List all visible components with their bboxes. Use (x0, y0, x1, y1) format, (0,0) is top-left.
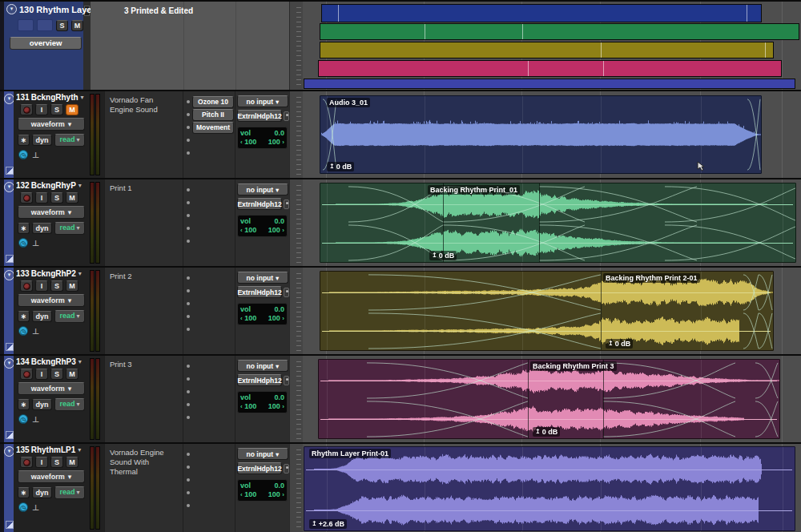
clip-name[interactable]: Backing Rhythm Print_01 (428, 185, 520, 195)
insert-slot[interactable] (183, 297, 235, 310)
track-name[interactable]: RhythmLP1 (31, 445, 76, 454)
insert-slot-dot[interactable] (187, 377, 190, 381)
insert-slot[interactable] (183, 461, 235, 474)
insert-slot[interactable]: Pitch II (183, 108, 235, 121)
input-monitor-button[interactable]: I (35, 192, 48, 204)
insert-plugin-button[interactable]: Pitch II (192, 109, 234, 121)
output-assign-icon[interactable] (284, 288, 289, 297)
volume-pan-display[interactable]: vol 0.0 ‹ 100 100 › (237, 303, 288, 325)
insert-slot[interactable] (183, 373, 235, 385)
record-arm-button[interactable] (20, 280, 33, 292)
insert-slot[interactable] (183, 235, 235, 248)
timebase-clock-icon[interactable]: ◷ (18, 502, 28, 512)
folder-overview-clip-bar[interactable] (320, 23, 799, 40)
insert-slot[interactable] (183, 398, 235, 411)
elastic-audio-button[interactable]: ∗ (18, 223, 30, 234)
insert-slot-dot[interactable] (187, 201, 190, 204)
solo-button[interactable]: S (50, 369, 63, 380)
insert-slot[interactable] (183, 310, 235, 323)
insert-slot-dot[interactable] (187, 151, 190, 155)
elastic-audio-button[interactable]: ∗ (18, 399, 30, 410)
clip-name[interactable]: Backing Rhythm Print 3 (530, 361, 617, 371)
output-selector[interactable]: ExtrnlHdph12 (237, 110, 282, 122)
audio-clip[interactable]: Audio 3_01↥0 dB (320, 95, 762, 174)
audio-clip[interactable]: Backing Rhythm Print 2-01↥0 dB (320, 271, 774, 351)
track-title[interactable]: 133 BckngRhP2 ▾ (16, 269, 85, 278)
insert-slot[interactable] (183, 385, 235, 398)
edit-lane[interactable]: Backing Rhythm Print 3↥0 dB (303, 356, 801, 442)
automation-mode-button[interactable]: read ▾ (54, 222, 85, 235)
insert-slot[interactable] (183, 411, 235, 424)
track-view-selector[interactable]: waveform ▾ (18, 382, 85, 395)
track-view-selector[interactable]: waveform ▾ (18, 118, 85, 131)
folder-view-selector[interactable]: overview (10, 37, 82, 50)
insert-slot-dot[interactable] (187, 365, 190, 368)
track-comment[interactable]: Print 1 (104, 179, 183, 266)
clip-boundary[interactable] (528, 360, 529, 438)
timebase-clock-icon[interactable]: ◷ (18, 150, 28, 159)
output-assign-icon[interactable] (284, 376, 289, 385)
insert-slot-dot[interactable] (187, 315, 190, 318)
insert-slot[interactable] (183, 474, 235, 486)
track-title[interactable]: 134 BckngRhP3 ▾ (16, 357, 85, 366)
volume-pan-display[interactable]: vol 0.0 ‹ 100 100 › (237, 391, 288, 413)
insert-slot[interactable]: Movement (183, 121, 235, 134)
track-view-selector[interactable]: waveform ▾ (18, 470, 85, 483)
output-assign-icon[interactable] (284, 464, 289, 474)
clip-boundary[interactable] (539, 183, 540, 262)
insert-slot-dot[interactable] (187, 227, 190, 230)
record-arm-button[interactable] (20, 457, 33, 468)
track-view-selector[interactable]: waveform ▾ (18, 206, 85, 219)
insert-slot[interactable] (183, 284, 235, 297)
insert-slot[interactable] (183, 147, 235, 159)
insert-plugin-button[interactable]: Movement (192, 122, 234, 134)
insert-plugin-button[interactable]: Ozone 10 (192, 96, 234, 108)
dyn-button[interactable]: dyn (32, 487, 52, 498)
insert-slot-dot[interactable] (187, 416, 190, 419)
insert-slot-dot[interactable] (187, 328, 190, 331)
track-name[interactable]: Rhythm Layer (36, 5, 95, 14)
timebase-clock-icon[interactable]: ◷ (18, 238, 28, 248)
automation-mode-button[interactable]: read ▾ (54, 486, 85, 499)
clip-name[interactable]: Backing Rhythm Print 2-01 (603, 273, 700, 283)
clip-gain-badge[interactable]: ↥0 dB (606, 339, 633, 349)
insert-slot-dot[interactable] (187, 113, 190, 116)
insert-slot[interactable] (183, 360, 235, 373)
track-title[interactable]: 131 BckngRhyth ▾ (16, 93, 85, 102)
insert-slot-dot[interactable] (187, 504, 190, 507)
audio-clip[interactable]: Backing Rhythm Print_01↥0 dB (320, 183, 796, 263)
output-selector[interactable]: ExtrnlHdph12 (237, 198, 282, 210)
track-name[interactable]: BckngRhP3 (31, 357, 76, 366)
insert-slot[interactable] (183, 499, 235, 512)
record-arm-button[interactable] (20, 369, 33, 380)
folder-track-title[interactable]: ▾ 130 Rhythm Layer (6, 4, 83, 14)
input-selector[interactable]: no input ▾ (237, 448, 288, 460)
dyn-button[interactable]: dyn (32, 135, 52, 146)
elastic-audio-button[interactable]: ∗ (18, 311, 30, 322)
insert-slot[interactable] (183, 183, 235, 196)
insert-slot-dot[interactable] (187, 188, 190, 191)
folder-overview-clip-bar[interactable] (321, 4, 762, 22)
insert-slot-dot[interactable] (187, 276, 190, 280)
automation-mode-button[interactable]: read ▾ (54, 398, 85, 411)
insert-slot-dot[interactable] (187, 491, 190, 494)
folder-collapse-icon[interactable]: ▾ (6, 4, 17, 14)
output-selector[interactable]: ExtrnlHdph12 (237, 374, 282, 386)
insert-slot-dot[interactable] (187, 478, 190, 482)
mute-button[interactable]: M (66, 369, 78, 380)
input-selector[interactable]: no input ▾ (237, 183, 288, 195)
output-selector[interactable]: ExtrnlHdph12 (237, 286, 282, 298)
insert-slot-dot[interactable] (187, 240, 190, 243)
mute-button[interactable]: M (66, 457, 78, 468)
solo-button[interactable]: S (50, 457, 63, 468)
volume-pan-display[interactable]: vol 0.0 ‹ 100 100 › (237, 215, 288, 237)
automation-mode-button[interactable]: read ▾ (54, 310, 85, 323)
track-name[interactable]: BckngRhyP (31, 181, 76, 190)
volume-pan-display[interactable]: vol 0.0 ‹ 100 100 › (237, 479, 288, 502)
insert-slot-dot[interactable] (187, 390, 190, 393)
output-selector[interactable]: ExtrnlHdph12 (237, 462, 282, 474)
audio-clip[interactable]: Backing Rhythm Print 3↥0 dB (318, 359, 780, 439)
input-selector[interactable]: no input ▾ (237, 360, 288, 372)
insert-slot-dot[interactable] (187, 466, 190, 469)
track-title[interactable]: 132 BckngRhyP ▾ (16, 181, 85, 190)
